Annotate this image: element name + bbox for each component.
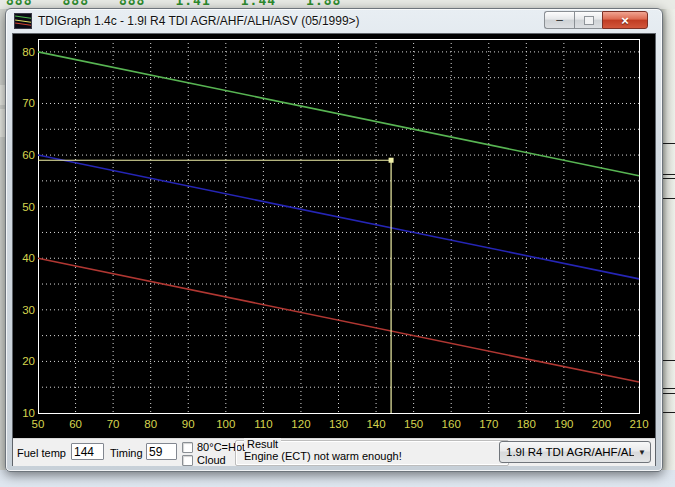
- timing-chart[interactable]: 5060708090100110120130140150160170180190…: [13, 34, 655, 438]
- control-bar: Fuel temp Timing 80°C=Hot Cloud Result E…: [13, 438, 655, 466]
- svg-text:70: 70: [107, 418, 120, 430]
- svg-text:60: 60: [69, 418, 82, 430]
- fuel-temp-label: Fuel temp: [17, 447, 66, 459]
- result-groupbox: Result Engine (ECT) not warm enough!: [235, 440, 509, 466]
- background-value: 888: [119, 0, 145, 8]
- close-icon: ×: [621, 14, 629, 27]
- svg-text:120: 120: [291, 418, 310, 430]
- window-title: TDIGraph 1.4c - 1.9l R4 TDI AGR/AHF/ALH/…: [38, 14, 360, 28]
- svg-text:80: 80: [22, 46, 35, 58]
- background-value: 888: [62, 0, 88, 8]
- svg-text:20: 20: [22, 355, 35, 367]
- svg-text:70: 70: [22, 97, 35, 109]
- timing-label: Timing: [110, 447, 143, 459]
- background-table-edge: [661, 9, 675, 470]
- timing-input[interactable]: [146, 443, 177, 460]
- cloud-checkbox-label: Cloud: [197, 454, 226, 466]
- svg-text:40: 40: [22, 252, 35, 264]
- svg-text:190: 190: [554, 418, 573, 430]
- svg-text:210: 210: [629, 418, 648, 430]
- tdigraph-window: TDIGraph 1.4c - 1.9l R4 TDI AGR/AHF/ALH/…: [5, 8, 663, 472]
- app-icon: [14, 13, 32, 29]
- svg-text:140: 140: [366, 418, 385, 430]
- svg-text:10: 10: [22, 407, 35, 419]
- background-measuring-values: 888 888 888 1.41 1.44 1.88: [0, 0, 675, 8]
- hot-checkbox[interactable]: [182, 442, 193, 453]
- client-area: 5060708090100110120130140150160170180190…: [12, 33, 656, 466]
- background-value: 888: [6, 0, 32, 8]
- background-value: 1.41: [175, 0, 210, 8]
- svg-text:90: 90: [182, 418, 195, 430]
- close-button[interactable]: ×: [602, 11, 648, 29]
- minimize-icon: –: [556, 14, 563, 26]
- maximize-button[interactable]: [574, 11, 602, 29]
- svg-text:50: 50: [32, 418, 45, 430]
- engine-select[interactable]: 1.9l R4 TDI AGR/AHF/ALH ▼: [499, 441, 651, 463]
- svg-text:110: 110: [254, 418, 272, 430]
- background-value: 1.44: [241, 0, 276, 8]
- svg-text:130: 130: [329, 418, 348, 430]
- svg-text:160: 160: [442, 418, 461, 430]
- result-group-label: Result: [244, 438, 281, 450]
- svg-text:170: 170: [479, 418, 498, 430]
- maximize-icon: [584, 16, 594, 25]
- svg-text:150: 150: [404, 418, 423, 430]
- svg-text:80: 80: [144, 418, 157, 430]
- svg-text:30: 30: [22, 304, 35, 316]
- result-text: Engine (ECT) not warm enough!: [244, 450, 402, 462]
- svg-text:60: 60: [22, 149, 35, 161]
- minimize-button[interactable]: –: [544, 11, 574, 29]
- background-value: 1.88: [306, 0, 341, 8]
- svg-text:100: 100: [216, 418, 235, 430]
- svg-text:50: 50: [22, 201, 35, 213]
- cloud-checkbox[interactable]: [182, 455, 193, 466]
- svg-text:200: 200: [592, 418, 611, 430]
- svg-text:180: 180: [517, 418, 536, 430]
- engine-select-value: 1.9l R4 TDI AGR/AHF/ALH: [500, 446, 634, 458]
- fuel-temp-input[interactable]: [71, 443, 104, 460]
- chevron-down-icon: ▼: [634, 448, 650, 457]
